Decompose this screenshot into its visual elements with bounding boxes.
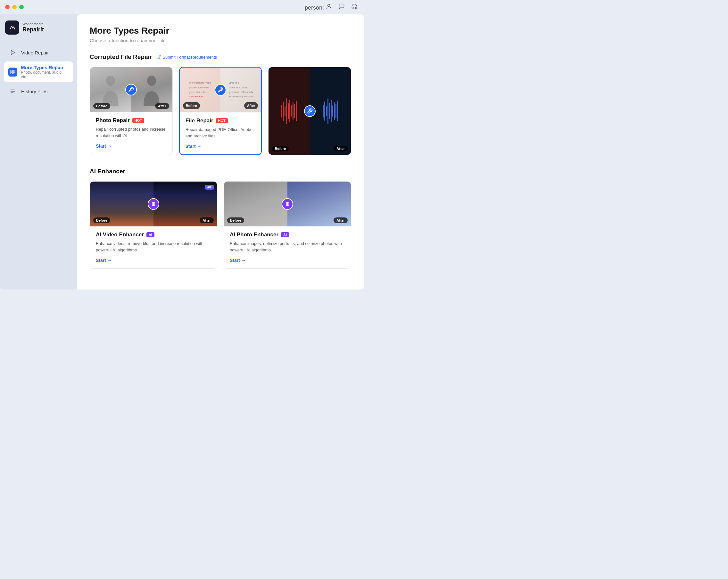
main-content: More Types Repair Choose a function to r… [77,14,364,290]
corrupted-cards-grid: Before After Photo Repair HOT Repair cor… [90,67,351,155]
repair-icon [125,84,137,95]
sidebar-item-more-types-repair[interactable]: More Types Repair Photo, document, audio… [4,61,73,82]
audio-repair-image: Before After [268,67,351,155]
file-repair-icon [215,84,226,96]
video-repair-icon [8,48,17,57]
ai-video-enhancer-card[interactable]: 4K Before After AI Video Enhancer AI Enh… [90,181,217,269]
file-repair-image: Wondershare Virbopowerful AI videogenera… [180,67,261,112]
profile-icon[interactable]: person; [305,3,332,11]
ai-section-title: AI Enhancer [90,168,125,175]
titlebar-actions: person; [305,3,358,11]
ai-photo-center-icon [282,198,293,210]
maximize-button[interactable] [19,5,24,9]
ai-photo-enhancer-card[interactable]: Before After AI Photo Enhancer AI Enhanc… [224,181,351,269]
traffic-lights [5,5,24,9]
brand-icon [5,21,19,35]
svg-marker-2 [11,50,15,55]
svg-point-11 [106,76,115,86]
ai-cards-grid: 4K Before After AI Video Enhancer AI Enh… [90,181,351,269]
titlebar: person; [0,0,364,14]
sidebar: Wondershare Repairit Video Repair More T… [0,14,77,290]
minimize-button[interactable] [12,5,17,9]
ai-video-image: 4K Before After [90,182,217,226]
svg-rect-4 [13,70,15,72]
chat-icon[interactable] [338,3,345,11]
svg-point-12 [147,76,156,86]
ai-video-start[interactable]: Start → [96,258,112,263]
svg-line-10 [158,55,160,57]
submit-format-link[interactable]: Submit Format Requirements [156,55,217,60]
photo-repair-card[interactable]: Before After Photo Repair HOT Repair cor… [90,67,173,155]
audio-repair-card[interactable]: Before After Audio Repair Repair audio f… [268,67,351,155]
svg-rect-6 [13,72,15,74]
corrupted-section-header: Corrupted File Repair Submit Format Requ… [90,54,351,60]
svg-rect-5 [10,72,12,74]
audio-repair-icon [304,105,316,117]
sidebar-item-video-repair[interactable]: Video Repair [4,45,73,60]
before-label: Before [93,103,110,109]
svg-rect-3 [10,70,12,72]
brand: Wondershare Repairit [4,19,73,36]
more-types-icon [8,67,17,77]
brand-text: Wondershare Repairit [22,22,44,33]
ai-photo-start[interactable]: Start → [230,258,246,263]
history-icon [8,87,17,96]
file-repair-card[interactable]: Wondershare Virbopowerful AI videogenera… [179,67,262,155]
close-button[interactable] [5,5,9,9]
photo-repair-start[interactable]: Start → [96,143,112,148]
page-title: More Types Repair [90,26,351,36]
photo-repair-image: Before After [90,67,173,112]
svg-point-0 [328,4,330,6]
ai-section-header: AI Enhancer [90,168,351,175]
ai-video-center-icon [148,198,159,210]
corrupted-section-title: Corrupted File Repair [90,54,152,60]
app-body: Wondershare Repairit Video Repair More T… [0,14,364,290]
after-label: After [155,103,169,109]
file-repair-start[interactable]: Start → [185,144,202,149]
ai-photo-image: Before After [224,182,351,226]
headphones-icon[interactable] [351,3,358,11]
page-subtitle: Choose a function to repair your file [90,38,351,43]
4k-badge: 4K [205,185,214,190]
sidebar-item-history-files[interactable]: History Files [4,84,73,99]
